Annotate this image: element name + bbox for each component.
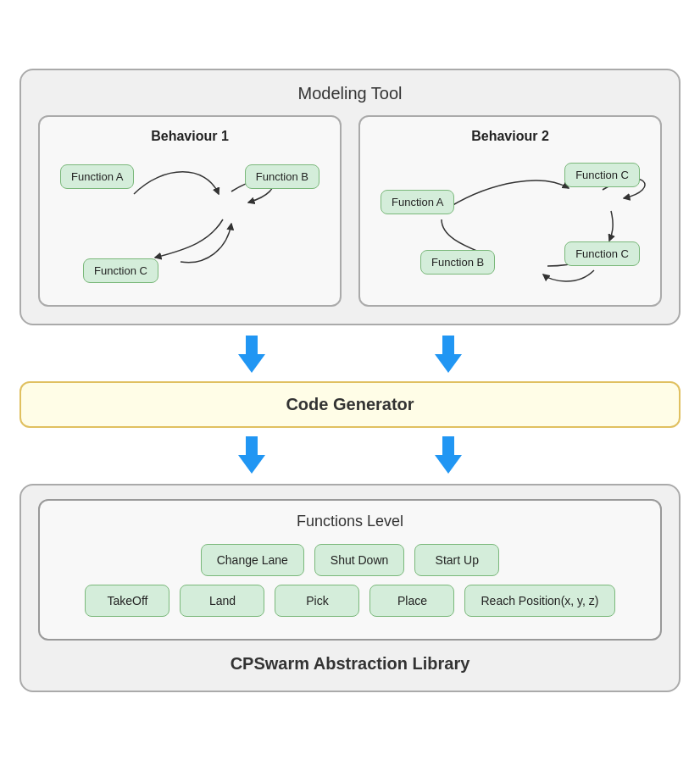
arrow-down-1: [238, 336, 265, 373]
code-generator-title: Code Generator: [286, 395, 414, 413]
btn-change-lane[interactable]: Change Lane: [201, 544, 304, 576]
behaviour2-layout: Function A Function B Function C Functio…: [374, 156, 647, 291]
btn-shut-down[interactable]: Shut Down: [314, 544, 404, 576]
b2-function-a: Function A: [381, 190, 454, 214]
b1-function-b: Function B: [245, 164, 319, 189]
arrows-after-modeling: [19, 332, 681, 376]
main-container: Modeling Tool Behaviour 1: [11, 60, 689, 701]
arrow-shaft-1: [246, 336, 258, 354]
arrow-head-2: [435, 354, 462, 373]
b2-function-c2: Function C: [564, 241, 640, 266]
cpswarm-title: CPSwarm Abstraction Library: [38, 654, 662, 674]
functions-level-title: Functions Level: [53, 513, 647, 530]
b2-function-b: Function B: [420, 250, 495, 275]
behaviour2-box: Behaviour 2: [358, 115, 662, 307]
arrow-shaft-2: [442, 336, 454, 354]
cpswarm-box: Functions Level Change Lane Shut Down St…: [19, 484, 681, 692]
behaviour2-title: Behaviour 2: [374, 129, 647, 144]
behaviour1-box: Behaviour 1: [38, 115, 342, 307]
b2-function-c1: Function C: [564, 163, 640, 187]
fn-buttons-row1: Change Lane Shut Down Start Up: [53, 544, 647, 576]
modeling-tool-title: Modeling Tool: [38, 84, 662, 103]
fn-buttons-row2: TakeOff Land Pick Place Reach Position(x…: [53, 585, 647, 617]
behaviour1-title: Behaviour 1: [53, 129, 326, 144]
behaviour1-layout: Function A Function B Function C: [53, 156, 326, 291]
functions-level-inner: Functions Level Change Lane Shut Down St…: [38, 499, 662, 641]
code-generator-box: Code Generator: [19, 381, 681, 428]
btn-pick[interactable]: Pick: [275, 585, 359, 617]
btn-reach-position[interactable]: Reach Position(x, y, z): [464, 585, 614, 617]
arrow-down-4: [435, 436, 462, 474]
btn-place[interactable]: Place: [369, 585, 454, 617]
modeling-tool-box: Modeling Tool Behaviour 1: [19, 69, 681, 325]
arrow-shaft-4: [442, 436, 454, 455]
arrows-after-codegen: [19, 433, 681, 477]
btn-start-up[interactable]: Start Up: [414, 544, 499, 576]
arrow-head-4: [435, 455, 462, 474]
btn-land[interactable]: Land: [180, 585, 264, 617]
b1-function-c: Function C: [83, 258, 158, 283]
b1-function-a: Function A: [60, 164, 134, 189]
arrow-shaft-3: [246, 436, 258, 455]
arrow-down-2: [435, 336, 462, 373]
btn-takeoff[interactable]: TakeOff: [85, 585, 169, 617]
behaviours-row: Behaviour 1: [38, 115, 662, 307]
arrow-head-3: [238, 455, 265, 474]
arrow-head-1: [238, 354, 265, 373]
arrow-down-3: [238, 436, 265, 474]
